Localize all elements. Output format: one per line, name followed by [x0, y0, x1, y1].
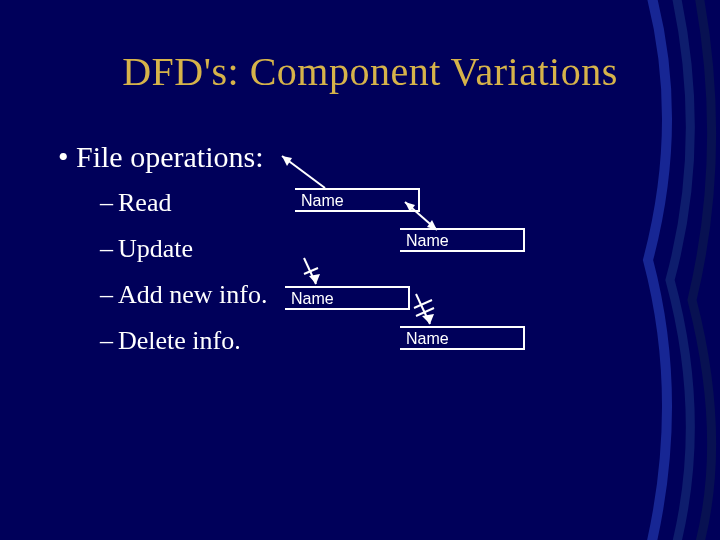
bullet-dash-icon: –	[100, 280, 118, 310]
heading-file-operations: •File operations:	[58, 140, 263, 174]
slide: DFD's: Component Variations •File operat…	[0, 0, 720, 540]
bullet-dot-icon: •	[58, 140, 76, 174]
svg-marker-1	[282, 156, 292, 166]
item-deleteinfo-label: Delete info.	[118, 326, 241, 355]
datastore-addnew-label: Name	[291, 290, 334, 307]
item-update: –Update	[100, 234, 193, 264]
item-read-label: Read	[118, 188, 171, 217]
arrow-read-icon	[270, 150, 340, 200]
arrow-delete-icon	[408, 290, 458, 332]
heading-text: File operations:	[76, 140, 263, 173]
item-addnew-label: Add new info.	[118, 280, 267, 309]
item-addnew: –Add new info.	[100, 280, 267, 310]
svg-marker-9	[422, 314, 434, 324]
bullet-dash-icon: –	[100, 326, 118, 356]
arrow-update-icon	[395, 194, 455, 244]
arrow-addnew-icon	[296, 254, 346, 292]
bullet-dash-icon: –	[100, 234, 118, 264]
slide-title: DFD's: Component Variations	[70, 48, 670, 95]
item-read: –Read	[100, 188, 171, 218]
bullet-dash-icon: –	[100, 188, 118, 218]
item-update-label: Update	[118, 234, 193, 263]
datastore-delete-label: Name	[406, 330, 449, 347]
item-deleteinfo: –Delete info.	[100, 326, 241, 356]
